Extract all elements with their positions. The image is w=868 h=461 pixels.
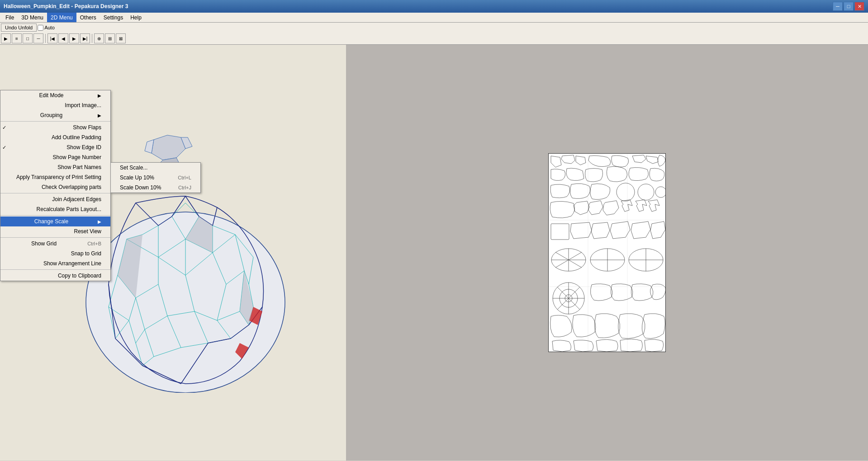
menu-entry-apply-transparency[interactable]: Apply Transparency of Print Setting <box>0 172 110 182</box>
menu-others[interactable]: Others <box>76 13 100 22</box>
menu-help[interactable]: Help <box>127 13 145 22</box>
svg-marker-0 <box>152 135 185 160</box>
view-3d[interactable]: Edit Mode ▶ Import Image... Grouping ▶ ✓… <box>0 45 346 461</box>
grouping-arrow: ▶ <box>98 113 101 118</box>
maximize-button[interactable]: □ <box>844 2 854 11</box>
scale-down-label: Scale Down 10% <box>120 184 161 191</box>
toolbar-btn-8[interactable]: ▶| <box>80 33 90 43</box>
show-flaps-label: Show Flaps <box>73 124 101 131</box>
change-scale-label: Change Scale <box>34 218 68 225</box>
toolbar-btn-4[interactable]: ─ <box>33 33 43 43</box>
toolbar-sep-2 <box>92 34 92 43</box>
paper-sheet <box>548 153 666 352</box>
window-controls: ─ □ ✕ <box>833 2 864 11</box>
undo-unfold-button[interactable]: Undo Unfold <box>1 24 37 32</box>
minimize-button[interactable]: ─ <box>833 2 843 11</box>
main-area: Edit Mode ▶ Import Image... Grouping ▶ ✓… <box>0 45 868 461</box>
svg-marker-97 <box>570 222 592 239</box>
menu-entry-grouping[interactable]: Grouping ▶ <box>0 110 110 120</box>
menu-entry-show-arrangement[interactable]: Show Arrangement Line <box>0 259 110 268</box>
show-edge-id-checkmark: ✓ <box>2 145 9 151</box>
menu-entry-show-edge-id[interactable]: ✓ Show Edge ID <box>0 142 110 152</box>
svg-point-90 <box>617 183 635 201</box>
toolbar-btn-10[interactable]: ⊞ <box>105 33 115 43</box>
scale-up-label: Scale Up 10% <box>120 174 154 181</box>
svg-marker-100 <box>631 221 650 239</box>
menu-entry-check-overlapping[interactable]: Check Overlapping parts <box>0 182 110 192</box>
change-scale-arrow: ▶ <box>98 219 101 224</box>
menu-entry-show-grid[interactable]: Show Grid Ctrl+B <box>0 239 110 249</box>
svg-marker-99 <box>610 221 630 239</box>
scale-down-shortcut: Ctrl+J <box>178 185 191 190</box>
toolbar-row1: Undo Unfold Auto <box>0 23 868 33</box>
menu-entry-reset-view[interactable]: Reset View <box>0 226 110 236</box>
menu-entry-change-scale[interactable]: Change Scale ▶ <box>0 216 110 226</box>
menu-file[interactable]: File <box>2 13 18 22</box>
add-outline-padding-label: Add Outline Padding <box>52 134 101 141</box>
show-part-names-label: Show Part Names <box>57 164 101 170</box>
menu-entry-snap-to-grid[interactable]: Snap to Grid <box>0 249 110 259</box>
divider-4 <box>0 237 110 238</box>
copy-clipboard-label: Copy to Clipboard <box>58 273 101 279</box>
svg-marker-95 <box>603 201 619 215</box>
grouping-label: Grouping <box>40 112 62 118</box>
menu-entry-show-part-names[interactable]: Show Part Names <box>0 162 110 172</box>
svg-marker-98 <box>591 222 610 239</box>
title-bar: Halloween_Pumpkin_Edit - Pepakura Design… <box>0 0 868 13</box>
show-grid-shortcut: Ctrl+B <box>87 241 101 246</box>
auto-checkbox[interactable] <box>38 25 43 31</box>
submenu-entry-scale-up[interactable]: Scale Up 10% Ctrl+L <box>111 173 200 183</box>
toolbar-btn-7[interactable]: ▶ <box>69 33 79 43</box>
svg-point-92 <box>655 187 666 198</box>
submenu-entry-scale-down[interactable]: Scale Down 10% Ctrl+J <box>111 183 200 193</box>
menu-entry-copy-clipboard[interactable]: Copy to Clipboard <box>0 271 110 281</box>
toolbar-btn-6[interactable]: ◀ <box>58 33 68 43</box>
menu-entry-import-image[interactable]: Import Image... <box>0 100 110 110</box>
show-flaps-checkmark: ✓ <box>2 125 9 131</box>
menu-entry-add-outline-padding[interactable]: Add Outline Padding <box>0 132 110 142</box>
toolbar-btn-5[interactable]: |◀ <box>47 33 57 43</box>
toolbar-sep-1 <box>45 34 46 43</box>
svg-marker-93 <box>574 201 589 215</box>
divider-5 <box>0 269 110 270</box>
submenu-change-scale: Set Scale... Scale Up 10% Ctrl+L Scale D… <box>110 162 201 193</box>
menu-entry-show-page-number[interactable]: Show Page Number <box>0 152 110 162</box>
menu-entry-show-flaps[interactable]: ✓ Show Flaps <box>0 122 110 132</box>
submenu-entry-set-scale[interactable]: Set Scale... <box>111 163 200 173</box>
show-page-number-label: Show Page Number <box>53 154 101 160</box>
toolbar-btn-2[interactable]: ≡ <box>12 33 22 43</box>
svg-point-91 <box>638 184 654 200</box>
menu-bar: File 3D Menu 2D Menu Others Settings Hel… <box>0 13 868 23</box>
close-button[interactable]: ✕ <box>854 2 864 11</box>
recalculate-parts-label: Recalculate Parts Layout... <box>37 206 101 212</box>
svg-marker-87 <box>576 156 586 165</box>
toolbar: Undo Unfold Auto ▶ ≡ □ ─ |◀ ◀ ▶ ▶| ⊕ ⊞ ⊠ <box>0 23 868 45</box>
menu-2dmenu[interactable]: 2D Menu <box>47 13 76 22</box>
apply-transparency-label: Apply Transparency of Print Setting <box>16 174 101 180</box>
menu-entry-join-adjacent[interactable]: Join Adjacent Edges <box>0 194 110 204</box>
toolbar-btn-11[interactable]: ⊠ <box>116 33 126 43</box>
toolbar-btn-3[interactable]: □ <box>23 33 33 43</box>
svg-marker-88 <box>632 155 646 163</box>
snap-to-grid-label: Snap to Grid <box>71 250 101 257</box>
view-2d[interactable] <box>346 45 868 461</box>
svg-marker-94 <box>588 201 603 215</box>
toolbar-btn-1[interactable]: ▶ <box>1 33 11 43</box>
divider-3 <box>0 215 110 216</box>
show-edge-id-label: Show Edge ID <box>66 144 101 151</box>
menu-entry-edit-mode[interactable]: Edit Mode ▶ <box>0 90 110 100</box>
auto-checkbox-label: Auto <box>38 25 55 31</box>
scale-up-shortcut: Ctrl+L <box>178 175 191 180</box>
show-grid-label: Show Grid <box>31 240 57 247</box>
check-overlapping-label: Check Overlapping parts <box>42 184 101 190</box>
toolbar-btn-9[interactable]: ⊕ <box>94 33 104 43</box>
menu-settings[interactable]: Settings <box>100 13 127 22</box>
import-image-label: Import Image... <box>65 102 101 108</box>
menu-entry-recalculate-parts[interactable]: Recalculate Parts Layout... <box>0 204 110 214</box>
svg-marker-85 <box>551 156 561 167</box>
toolbar-row2: ▶ ≡ □ ─ |◀ ◀ ▶ ▶| ⊕ ⊞ ⊠ <box>0 33 868 44</box>
svg-marker-89 <box>646 156 658 164</box>
svg-rect-96 <box>551 224 569 240</box>
menu-3dmenu[interactable]: 3D Menu <box>18 13 47 22</box>
join-adjacent-label: Join Adjacent Edges <box>52 196 101 202</box>
